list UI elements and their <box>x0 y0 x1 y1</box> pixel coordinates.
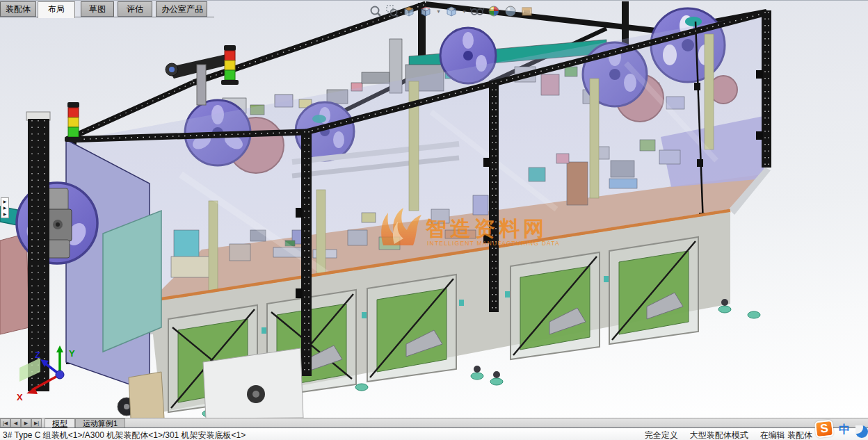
tab-scroll-first-button[interactable]: |◀ <box>0 418 10 427</box>
zoom-to-fit-icon[interactable] <box>369 4 383 18</box>
tab-scroll-next-button[interactable]: ▶ <box>21 418 31 427</box>
status-large-assembly-mode: 大型装配体模式 <box>690 430 748 440</box>
model-motion-tabbar: |◀ ◀ ▶ ▶| 模型 运动算例1 <box>0 418 868 427</box>
flyout-arrow-icon: ▶ <box>3 211 7 217</box>
commandmanager-tabs: 装配体 布局 草图 评估 办公室产品 <box>0 0 214 17</box>
dropdown-caret-icon[interactable]: ▾ <box>461 8 467 15</box>
view-settings-icon[interactable] <box>520 4 534 18</box>
dropdown-caret-icon[interactable]: ▾ <box>435 8 442 15</box>
triad-x-label: X <box>17 392 23 402</box>
edit-appearance-icon[interactable] <box>487 4 501 18</box>
application-window: 智造资料网 INTELLIGENT MANUFACTURING DATA Y Z… <box>0 0 868 440</box>
sogou-input-icon[interactable]: S <box>814 420 834 439</box>
signal-tower-right <box>166 45 239 105</box>
headsup-view-toolbar: ▾ ▾ <box>369 3 534 19</box>
triad-y-label: Y <box>69 348 75 359</box>
zoom-to-area-icon[interactable] <box>385 4 399 18</box>
triad-z-label: Z <box>35 350 40 360</box>
tab-model[interactable]: 模型 <box>45 418 75 427</box>
ime-toolbar: S 中 <box>814 417 868 440</box>
status-bar: 3# Type C 组装机<1>/A300 机架装配体<1>/301 机架安装底… <box>0 427 868 440</box>
flyout-arrow-icon: ▶ <box>3 199 7 204</box>
tab-assembly[interactable]: 装配体 <box>0 1 36 17</box>
ime-language-indicator[interactable]: 中 <box>839 423 850 437</box>
tab-evaluate[interactable]: 评估 <box>118 1 152 17</box>
tab-office-products[interactable]: 办公室产品 <box>156 1 207 17</box>
flyout-arrow-icon: ▶ <box>3 205 7 211</box>
ime-moon-icon[interactable] <box>855 425 868 438</box>
tab-motion-study-1[interactable]: 运动算例1 <box>75 418 125 427</box>
featuremanager-flyout[interactable]: ▶ ▶ ▶ <box>1 197 9 218</box>
assembly-model: 智造资料网 INTELLIGENT MANUFACTURING DATA Y Z… <box>0 1 868 418</box>
tab-scroll-last-button[interactable]: ▶| <box>31 418 42 427</box>
watermark-title: 智造资料网 <box>425 217 547 240</box>
tab-sketch[interactable]: 草图 <box>81 1 114 17</box>
status-fully-defined: 完全定义 <box>645 430 678 440</box>
display-style-icon[interactable] <box>444 4 458 18</box>
watermark-subtitle: INTELLIGENT MANUFACTURING DATA <box>427 240 560 247</box>
graphics-viewport[interactable]: 智造资料网 INTELLIGENT MANUFACTURING DATA Y Z… <box>0 0 868 418</box>
apply-scene-icon[interactable] <box>504 4 517 18</box>
selection-path: 3# Type C 组装机<1>/A300 机架装配体<1>/301 机架安装底… <box>3 430 246 440</box>
status-editing-assembly: 在编辑 装配体 <box>760 430 812 440</box>
tab-layout[interactable]: 布局 <box>38 1 75 18</box>
hide-show-items-icon[interactable] <box>470 4 484 18</box>
view-orientation-icon[interactable] <box>419 4 433 18</box>
status-states: 完全定义 大型装配体模式 在编辑 装配体 <box>645 430 812 440</box>
section-view-icon[interactable] <box>402 4 416 18</box>
tab-scroll-prev-button[interactable]: ◀ <box>10 418 21 427</box>
